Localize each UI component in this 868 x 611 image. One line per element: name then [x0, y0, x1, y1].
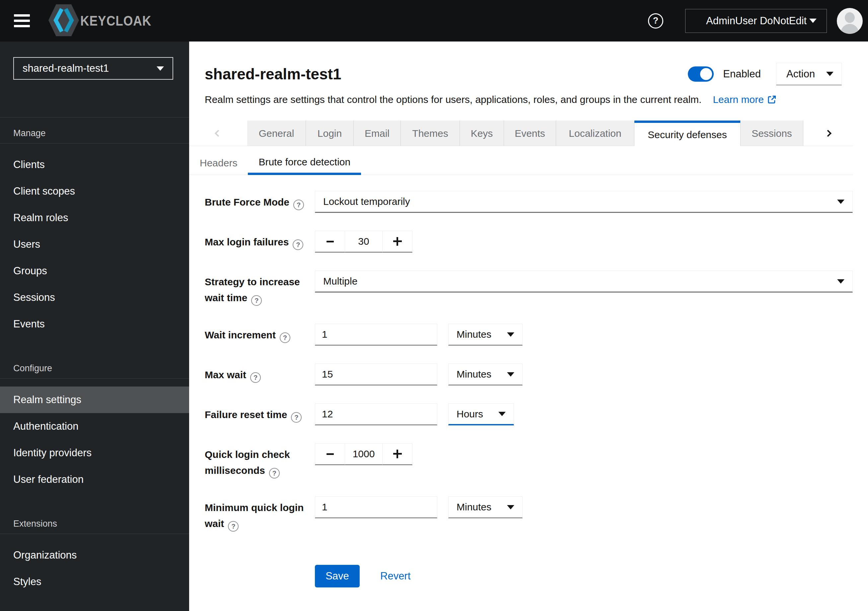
tab-email[interactable]: Email: [354, 121, 401, 146]
sidebar-item-organizations[interactable]: Organizations: [0, 542, 189, 569]
minimum-quick-login-wait-unit-select[interactable]: Minutes: [448, 496, 522, 518]
plus-icon: [393, 449, 402, 458]
sidebar-item-groups[interactable]: Groups: [0, 258, 189, 284]
form-row-strategy: Strategy to increase wait time Multiple: [205, 271, 868, 306]
chevron-down-icon: [507, 505, 514, 509]
form-row-quick-login-check: Quick login check milliseconds: [205, 443, 868, 479]
page-header: shared-realm-test1 Enabled Action Realm …: [189, 42, 868, 105]
help-icon[interactable]: [280, 333, 290, 343]
security-defenses-subtabs: Headers Brute force detection: [189, 151, 853, 175]
field-label: Max login failures: [205, 236, 289, 247]
sidebar-item-realm-roles[interactable]: Realm roles: [0, 205, 189, 231]
tab-general[interactable]: General: [247, 121, 306, 146]
sidebar-item-sessions[interactable]: Sessions: [0, 284, 189, 311]
tab-login[interactable]: Login: [306, 121, 354, 146]
failure-reset-time-input[interactable]: [315, 403, 437, 425]
help-icon[interactable]: [250, 372, 261, 383]
sidebar-item-authentication[interactable]: Authentication: [0, 413, 189, 440]
nav-section-title: Configure: [0, 337, 189, 378]
user-menu[interactable]: AdminUser DoNotEdit: [685, 9, 827, 33]
chevron-down-icon: [837, 200, 845, 204]
sidebar-item-identity-providers[interactable]: Identity providers: [0, 440, 189, 466]
field-label: Wait increment: [205, 330, 276, 340]
selected-value: Minutes: [457, 501, 491, 513]
quick-login-check-input[interactable]: [345, 443, 382, 465]
tab-scroll-left-button[interactable]: [189, 121, 247, 146]
tab-localization[interactable]: Localization: [556, 121, 634, 146]
sidebar-item-user-federation[interactable]: User federation: [0, 466, 189, 493]
help-icon[interactable]: [293, 200, 304, 210]
save-button[interactable]: Save: [315, 565, 360, 588]
quick-login-check-stepper: [315, 443, 412, 465]
tab-scroll-right-button[interactable]: [803, 121, 853, 146]
subtab-brute-force-detection[interactable]: Brute force detection: [248, 151, 361, 175]
tab-security-defenses[interactable]: Security defenses: [634, 121, 740, 146]
tab-themes[interactable]: Themes: [401, 121, 460, 146]
enabled-toggle[interactable]: [688, 67, 714, 82]
chevron-down-icon: [507, 372, 514, 376]
help-icon[interactable]: [293, 239, 303, 250]
max-login-failures-input[interactable]: [345, 231, 382, 253]
help-icon[interactable]: [251, 295, 262, 306]
help-icon[interactable]: [291, 412, 302, 423]
minus-icon: [327, 241, 334, 243]
form-row-wait-increment: Wait increment Minutes: [205, 324, 868, 346]
action-dropdown[interactable]: Action: [776, 63, 842, 86]
chevron-down-icon: [809, 19, 817, 23]
selected-value: Minutes: [457, 329, 491, 340]
help-icon[interactable]: [228, 521, 239, 532]
form-actions: Save Revert: [315, 565, 868, 588]
avatar[interactable]: [837, 8, 863, 34]
minus-button[interactable]: [315, 231, 345, 253]
max-wait-input[interactable]: [315, 364, 437, 386]
minus-icon: [327, 453, 334, 455]
selected-value: Lockout temporarily: [323, 196, 410, 207]
minus-button[interactable]: [315, 443, 345, 465]
sidebar-item-events[interactable]: Events: [0, 311, 189, 337]
max-wait-unit-select[interactable]: Minutes: [448, 364, 522, 386]
tab-sessions[interactable]: Sessions: [740, 121, 803, 146]
subtab-headers[interactable]: Headers: [189, 151, 248, 175]
keycloak-logo: KEYCLOAK: [48, 4, 161, 38]
selected-value: Hours: [457, 409, 483, 420]
chevron-down-icon: [837, 279, 845, 284]
sidebar-item-users[interactable]: Users: [0, 231, 189, 258]
nav-section-title: Extensions: [0, 493, 189, 533]
selected-value: Multiple: [323, 276, 357, 287]
brute-force-mode-select[interactable]: Lockout temporarily: [315, 191, 853, 213]
help-icon[interactable]: [269, 468, 280, 479]
help-icon[interactable]: [648, 13, 663, 28]
wait-increment-unit-select[interactable]: Minutes: [448, 324, 522, 346]
plus-button[interactable]: [382, 443, 412, 465]
chevron-down-icon: [157, 67, 164, 71]
form-row-max-login-failures: Max login failures: [205, 231, 868, 253]
page-title: shared-realm-test1: [205, 65, 341, 83]
chevron-left-icon: [215, 130, 222, 137]
form-row-failure-reset-time: Failure reset time Hours: [205, 403, 868, 425]
sidebar-item-clients[interactable]: Clients: [0, 151, 189, 178]
nav-section-extensions: Extensions Organizations Styles: [0, 493, 189, 595]
tab-keys[interactable]: Keys: [460, 121, 504, 146]
sidebar-item-client-scopes[interactable]: Client scopes: [0, 178, 189, 205]
keycloak-admin-console: KEYCLOAK AdminUser DoNotEdit shared-real…: [0, 0, 868, 611]
revert-button[interactable]: Revert: [380, 570, 411, 582]
user-menu-label: AdminUser DoNotEdit: [706, 15, 807, 27]
wait-time-strategy-select[interactable]: Multiple: [315, 271, 853, 292]
masthead: KEYCLOAK AdminUser DoNotEdit: [0, 0, 868, 42]
sidebar-item-realm-settings[interactable]: Realm settings: [0, 387, 189, 413]
form-row-minimum-quick-login-wait: Minimum quick login wait Minutes: [205, 496, 868, 532]
tab-events[interactable]: Events: [504, 121, 556, 146]
external-link-icon: [767, 95, 777, 104]
menu-toggle-icon[interactable]: [14, 14, 30, 27]
plus-button[interactable]: [382, 231, 412, 253]
wait-increment-input[interactable]: [315, 324, 437, 346]
page-description: Realm settings are settings that control…: [205, 94, 701, 105]
sidebar-item-styles[interactable]: Styles: [0, 569, 189, 595]
failure-reset-time-unit-select[interactable]: Hours: [448, 403, 514, 425]
learn-more-link[interactable]: Learn more: [713, 94, 777, 105]
nav-section-manage: Manage Clients Client scopes Realm roles…: [0, 118, 189, 337]
realm-selector[interactable]: shared-realm-test1: [13, 57, 173, 80]
field-label: Failure reset time: [205, 409, 287, 420]
form-row-brute-force-mode: Brute Force Mode Lockout temporarily: [205, 191, 868, 213]
minimum-quick-login-wait-input[interactable]: [315, 496, 437, 518]
